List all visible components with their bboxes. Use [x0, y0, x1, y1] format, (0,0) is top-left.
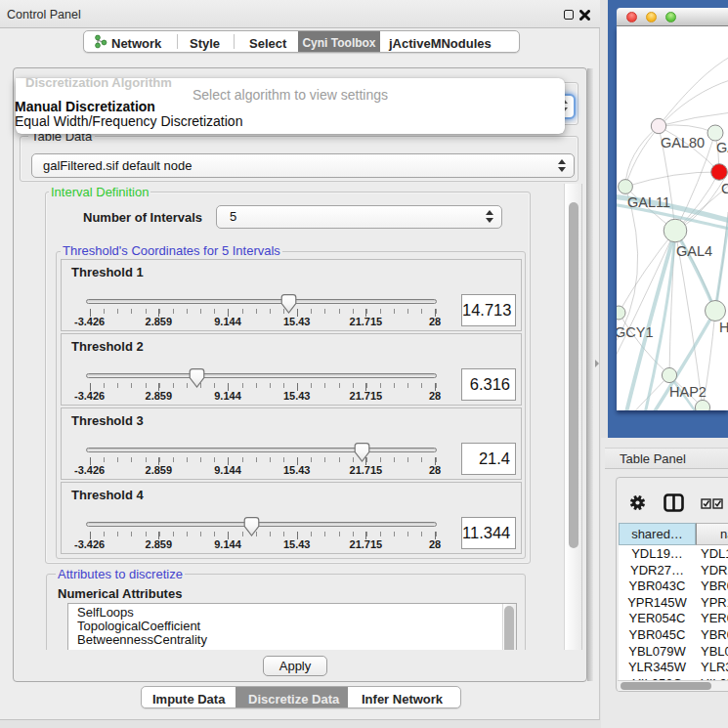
- svg-text:GAL11: GAL11: [627, 194, 670, 210]
- svg-text:GAL80: GAL80: [661, 135, 705, 150]
- svg-text:H: H: [719, 320, 728, 335]
- svg-text:GA: GA: [716, 140, 728, 155]
- svg-text:HAP2: HAP2: [669, 384, 707, 400]
- svg-text:C: C: [721, 181, 728, 196]
- svg-text:GCY1: GCY1: [617, 324, 654, 340]
- svg-text:GAL4: GAL4: [676, 243, 712, 259]
